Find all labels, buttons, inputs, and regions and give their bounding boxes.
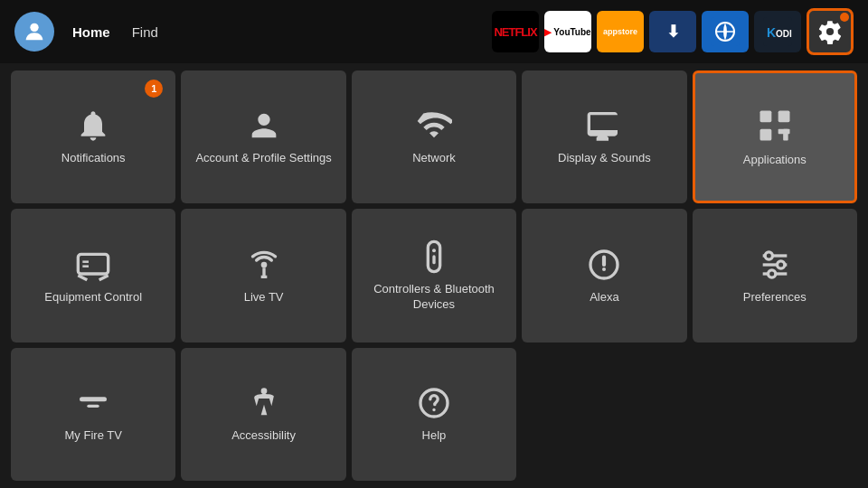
grid-item-label-applications: Applications: [743, 153, 807, 168]
grid-item-label-account: Account & Profile Settings: [195, 151, 331, 166]
grid-item-label-display: Display & Sounds: [558, 151, 651, 166]
grid-item-label-alexa: Alexa: [590, 290, 619, 305]
app-vpn[interactable]: [702, 11, 749, 52]
grid-item-applications[interactable]: Applications: [693, 70, 857, 203]
svg-rect-11: [778, 129, 789, 135]
svg-point-33: [432, 408, 435, 411]
grid-item-label-accessibility: Accessibility: [231, 428, 296, 444]
app-kodi[interactable]: K ODI: [754, 11, 801, 52]
app-downloader[interactable]: ⬇: [649, 11, 696, 52]
nav-home[interactable]: Home: [72, 24, 110, 40]
svg-text:K: K: [767, 25, 776, 40]
settings-button[interactable]: [807, 8, 854, 55]
person-icon: [246, 108, 282, 144]
sliders-icon: [757, 247, 793, 283]
firetv-icon: [75, 385, 111, 421]
settings-grid: 1NotificationsAccount & Profile Settings…: [0, 63, 868, 488]
grid-item-help[interactable]: Help: [352, 348, 516, 481]
remote-icon: [416, 239, 452, 275]
grid-item-label-preferences: Preferences: [743, 290, 807, 305]
grid-item-label-controllers: Controllers & Bluetooth Devices: [361, 282, 507, 313]
alexa-icon: [586, 247, 622, 283]
tv-icon: [75, 247, 111, 283]
svg-point-27: [777, 260, 784, 267]
grid-item-display[interactable]: Display & Sounds: [522, 70, 686, 203]
svg-point-22: [602, 267, 606, 271]
display-icon: [586, 108, 622, 144]
grid-item-notifications[interactable]: 1Notifications: [11, 70, 175, 203]
accessibility-icon: [246, 385, 282, 421]
notification-badge: 1: [145, 80, 163, 98]
nav-links: Home Find: [72, 24, 158, 40]
svg-point-28: [768, 269, 775, 277]
help-icon: [416, 385, 452, 421]
grid-item-account[interactable]: Account & Profile Settings: [181, 70, 345, 203]
nav-find[interactable]: Find: [132, 24, 158, 40]
svg-line-14: [99, 275, 108, 279]
bell-icon: [75, 108, 111, 144]
settings-orange-dot: [840, 13, 849, 22]
svg-rect-9: [760, 129, 771, 141]
svg-rect-12: [79, 254, 108, 274]
grid-item-myfiretv[interactable]: My Fire TV: [11, 348, 175, 481]
avatar[interactable]: [14, 12, 54, 52]
grid-item-accessibility[interactable]: Accessibility: [181, 348, 345, 481]
grid-item-network[interactable]: Network: [352, 70, 516, 203]
wifi-icon: [416, 108, 452, 144]
grid-item-label-equipment: Equipment Control: [44, 290, 142, 305]
svg-point-17: [260, 261, 267, 267]
antenna-icon: [246, 247, 282, 283]
svg-point-26: [765, 251, 772, 258]
grid-item-label-network: Network: [412, 151, 456, 166]
grid-item-label-help: Help: [422, 428, 447, 444]
svg-rect-8: [778, 111, 789, 123]
svg-text:ODI: ODI: [776, 29, 792, 39]
svg-point-19: [432, 249, 436, 252]
app-appstore[interactable]: appstore: [597, 11, 644, 52]
grid-item-label-myfiretv: My Fire TV: [65, 428, 122, 444]
svg-point-0: [30, 23, 38, 32]
svg-rect-29: [80, 397, 107, 401]
header: Home Find NETFLIX ▶YouTube appstore ⬇ K …: [0, 0, 868, 63]
svg-rect-30: [88, 405, 99, 408]
grid-item-equipment[interactable]: Equipment Control: [11, 209, 175, 342]
app-netflix[interactable]: NETFLIX: [492, 11, 539, 52]
grid-item-label-notifications: Notifications: [61, 151, 126, 166]
svg-point-31: [260, 388, 267, 394]
grid-item-alexa[interactable]: Alexa: [522, 209, 686, 342]
apps-icon: [755, 106, 795, 145]
grid-item-controllers[interactable]: Controllers & Bluetooth Devices: [352, 209, 516, 342]
grid-item-preferences[interactable]: Preferences: [693, 209, 857, 342]
grid-item-label-livetv: Live TV: [244, 290, 284, 305]
grid-item-livetv[interactable]: Live TV: [181, 209, 345, 342]
svg-rect-7: [760, 111, 771, 123]
app-youtube[interactable]: ▶YouTube: [544, 11, 591, 52]
svg-line-13: [79, 275, 88, 279]
app-icons-bar: NETFLIX ▶YouTube appstore ⬇ K ODI: [492, 8, 854, 55]
